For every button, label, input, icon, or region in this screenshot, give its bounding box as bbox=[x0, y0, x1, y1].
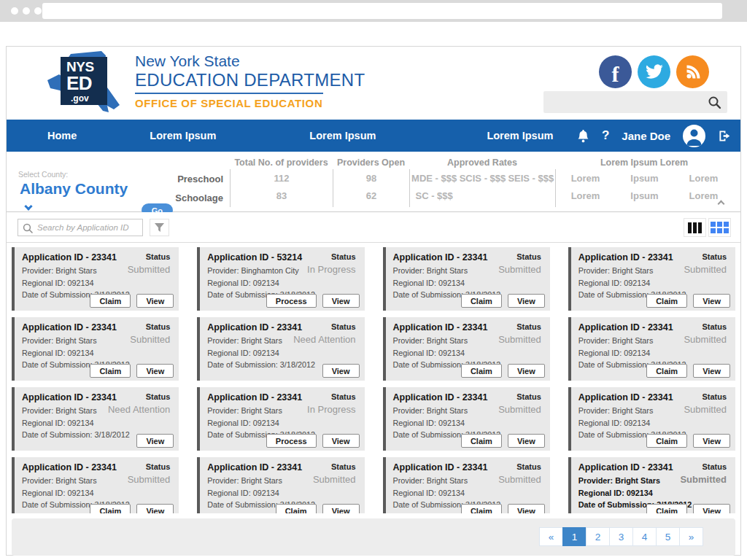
stat-value: 83 bbox=[231, 190, 333, 201]
claim-button[interactable]: Claim bbox=[646, 364, 687, 378]
view-button[interactable]: View bbox=[693, 434, 730, 448]
status-label: Status bbox=[516, 322, 541, 331]
main-nav: HomeLorem IpsumLorem IpsumLorem Ipsum ? … bbox=[7, 120, 740, 152]
application-card: Application ID - 23341 Provider: Bright … bbox=[12, 457, 179, 513]
status-label: Status bbox=[331, 392, 356, 401]
prev-page-button[interactable]: « bbox=[539, 527, 563, 546]
page-button-3[interactable]: 3 bbox=[609, 527, 633, 546]
bell-icon[interactable] bbox=[577, 129, 589, 143]
page-button-4[interactable]: 4 bbox=[632, 527, 657, 546]
view-button[interactable]: View bbox=[322, 504, 360, 513]
view-button[interactable]: View bbox=[322, 294, 360, 308]
collapse-stats-button[interactable] bbox=[716, 196, 729, 206]
nav-item-lorem-ipsum-2[interactable]: Lorem Ipsum bbox=[309, 130, 376, 141]
claim-button[interactable]: Claim bbox=[276, 504, 317, 513]
list-view-button[interactable] bbox=[684, 218, 706, 237]
status-value: Submitted bbox=[498, 404, 541, 415]
browser-address-bar[interactable] bbox=[42, 3, 722, 19]
status-value: Need Attention bbox=[108, 404, 170, 415]
claim-button[interactable]: Claim bbox=[461, 364, 502, 378]
card-buttons: ClaimView bbox=[646, 364, 730, 378]
view-button[interactable]: View bbox=[508, 294, 545, 308]
page-button-2[interactable]: 2 bbox=[586, 527, 610, 546]
regional-id: Regional ID: 092134 bbox=[393, 279, 544, 287]
regional-id: Regional ID: 092134 bbox=[578, 419, 729, 427]
search-icon bbox=[23, 223, 33, 233]
application-search-box bbox=[18, 219, 143, 236]
stat-value: SCIS - $$$ bbox=[458, 173, 506, 184]
view-button[interactable]: View bbox=[693, 504, 730, 513]
claim-button[interactable]: Claim bbox=[90, 504, 131, 513]
title-divider bbox=[135, 93, 323, 94]
process-button[interactable]: Process bbox=[266, 294, 317, 308]
status-value: In Progress bbox=[307, 264, 355, 275]
regional-id: Regional ID: 092134 bbox=[578, 489, 729, 497]
site-title-line2: EDUCATION DEPARTMENT bbox=[135, 70, 365, 90]
status-label: Status bbox=[702, 462, 727, 471]
site-title-line3: OFFICE OF SPECIAL EDUCATION bbox=[135, 97, 365, 109]
facebook-icon[interactable]: f bbox=[599, 55, 632, 88]
help-icon[interactable]: ? bbox=[602, 128, 609, 143]
nav-item-lorem-ipsum-1[interactable]: Lorem Ipsum bbox=[150, 130, 216, 141]
footer: «12345» bbox=[12, 518, 735, 556]
view-button[interactable]: View bbox=[136, 504, 174, 513]
status-label: Status bbox=[516, 252, 541, 261]
site-search-input[interactable] bbox=[549, 91, 705, 113]
claim-button[interactable]: Claim bbox=[90, 364, 131, 378]
view-button[interactable]: View bbox=[136, 434, 174, 448]
stat-value: Ipsum bbox=[615, 190, 674, 201]
card-buttons: ClaimView bbox=[646, 504, 730, 513]
view-button[interactable]: View bbox=[693, 294, 730, 308]
rss-icon[interactable] bbox=[676, 55, 709, 88]
view-button[interactable]: View bbox=[508, 434, 545, 448]
regional-id: Regional ID: 092134 bbox=[22, 489, 173, 497]
nysed-logo-box: NYS ED .gov bbox=[61, 57, 107, 105]
claim-button[interactable]: Claim bbox=[646, 504, 687, 513]
page-button-5[interactable]: 5 bbox=[656, 527, 680, 546]
cards-viewport: Application ID - 23341 Provider: Bright … bbox=[7, 243, 740, 513]
view-button[interactable]: View bbox=[322, 364, 360, 378]
stat-value: Lorem bbox=[556, 173, 615, 184]
status-value: Submitted bbox=[498, 334, 541, 345]
application-search-input[interactable] bbox=[37, 219, 139, 236]
view-button[interactable]: View bbox=[508, 504, 545, 513]
pagination: «12345» bbox=[540, 527, 703, 546]
stat-value: 98 bbox=[333, 173, 409, 184]
stats-columns: Total No. of providers11283Providers Ope… bbox=[230, 152, 740, 211]
regional-id: Regional ID: 092134 bbox=[207, 349, 358, 357]
nav-item-lorem-ipsum-3[interactable]: Lorem Ipsum bbox=[487, 130, 553, 141]
window-dot bbox=[23, 7, 30, 15]
window-dot bbox=[11, 7, 18, 15]
site-title: New York State EDUCATION DEPARTMENT OFFI… bbox=[135, 52, 365, 109]
view-button[interactable]: View bbox=[693, 364, 730, 378]
stat-value: 112 bbox=[231, 173, 333, 184]
status-value: Need Attention bbox=[293, 334, 355, 345]
claim-button[interactable]: Claim bbox=[461, 504, 502, 513]
regional-id: Regional ID: 092134 bbox=[22, 419, 173, 427]
next-page-button[interactable]: » bbox=[679, 527, 703, 546]
claim-button[interactable]: Claim bbox=[646, 434, 687, 448]
status-label: Status bbox=[702, 322, 727, 331]
claim-button[interactable]: Claim bbox=[461, 294, 502, 308]
social-links: f bbox=[599, 55, 709, 88]
view-button[interactable]: View bbox=[508, 364, 545, 378]
claim-button[interactable]: Claim bbox=[461, 434, 502, 448]
claim-button[interactable]: Claim bbox=[90, 294, 131, 308]
process-button[interactable]: Process bbox=[266, 434, 317, 448]
logout-icon[interactable] bbox=[718, 130, 732, 142]
claim-button[interactable]: Claim bbox=[646, 294, 687, 308]
twitter-icon[interactable] bbox=[638, 55, 670, 88]
nav-item-home[interactable]: Home bbox=[47, 130, 77, 141]
view-button[interactable]: View bbox=[136, 364, 174, 378]
page-button-1[interactable]: 1 bbox=[562, 527, 587, 546]
filter-button[interactable] bbox=[150, 219, 169, 236]
search-icon[interactable] bbox=[708, 96, 721, 109]
view-button[interactable]: View bbox=[322, 434, 360, 448]
status-value: In Progress bbox=[307, 404, 355, 415]
user-avatar[interactable] bbox=[683, 125, 705, 147]
view-button[interactable]: View bbox=[136, 294, 174, 308]
card-buttons: ClaimView bbox=[461, 364, 545, 378]
grid-view-button[interactable] bbox=[708, 218, 731, 237]
stat-column: Approved RatesMDE - $$$SCIS - $$$SEIS - … bbox=[409, 152, 555, 211]
application-card: Application ID - 23341 Provider: Bright … bbox=[12, 317, 179, 381]
